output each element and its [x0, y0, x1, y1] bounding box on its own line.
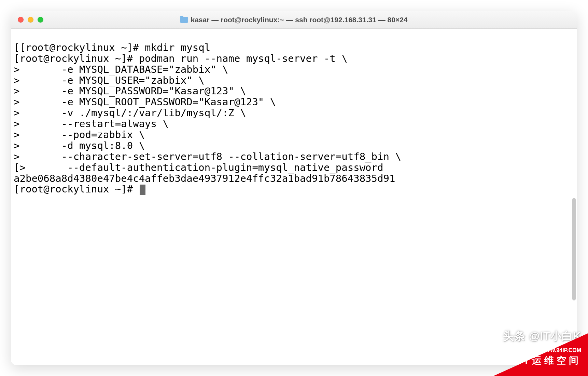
cursor: [140, 185, 145, 195]
terminal-line: [> --default-authentication-plugin=mysql…: [14, 162, 383, 173]
terminal-line: > -e MYSQL_USER="zabbix" \: [14, 75, 205, 86]
folder-icon: [180, 17, 188, 23]
terminal-body[interactable]: [[root@rockylinux ~]# mkdir mysql [root@…: [11, 29, 577, 365]
watermark-url: WWW.94IP.COM: [540, 347, 582, 353]
window-title: kasar — root@rockylinux:~ — ssh root@192…: [180, 16, 407, 24]
close-button[interactable]: [18, 17, 24, 23]
watermark-bottom: WWW.94IP.COM IT运维空间: [486, 345, 581, 368]
traffic-lights: [18, 17, 43, 23]
watermark: 头条 @IT小白K WWW.94IP.COM IT运维空间: [486, 329, 581, 368]
scrollbar[interactable]: [572, 198, 576, 300]
title-bar[interactable]: kasar — root@rockylinux:~ — ssh root@192…: [11, 11, 577, 29]
terminal-line: > -e MYSQL_ROOT_PASSWORD="Kasar@123" \: [14, 96, 276, 108]
window-title-text: kasar — root@rockylinux:~ — ssh root@192…: [191, 16, 407, 24]
terminal-line: [root@rockylinux ~]# podman run --name m…: [14, 53, 348, 64]
terminal-line: [root@rockylinux ~]#: [14, 183, 139, 195]
terminal-line: > --restart=always \: [14, 118, 169, 130]
terminal-line: > -v ./mysql/:/var/lib/mysql/:Z \: [14, 107, 246, 119]
terminal-window: kasar — root@rockylinux:~ — ssh root@192…: [11, 11, 577, 365]
terminal-line: a2be068a8d4380e47be4c4affeb3dae4937912e4…: [14, 173, 395, 184]
terminal-line: > -e MYSQL_PASSWORD="Kasar@123" \: [14, 85, 246, 97]
terminal-line: > --character-set-server=utf8 --collatio…: [14, 151, 401, 162]
minimize-button[interactable]: [28, 17, 33, 23]
terminal-line: > --pod=zabbix \: [14, 129, 145, 140]
terminal-line: > -d mysql:8.0 \: [14, 140, 145, 151]
terminal-line: [[root@rockylinux ~]# mkdir mysql: [14, 42, 210, 53]
terminal-line: > -e MYSQL_DATABASE="zabbix" \: [14, 64, 228, 75]
maximize-button[interactable]: [38, 17, 43, 23]
watermark-bottom-text: IT运维空间: [518, 354, 581, 367]
